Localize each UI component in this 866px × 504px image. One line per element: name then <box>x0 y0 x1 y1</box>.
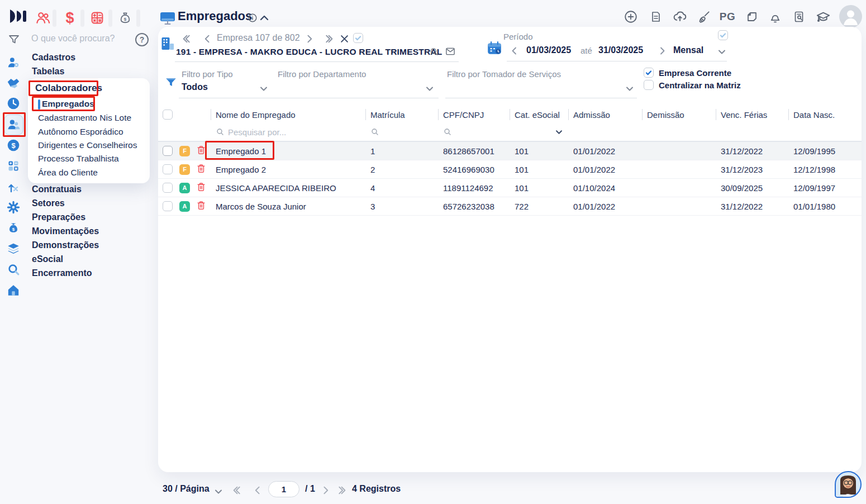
col-header-nasc[interactable]: Data Nasc. <box>788 110 862 120</box>
prev-period-icon[interactable] <box>510 46 520 56</box>
clock-icon[interactable] <box>6 96 21 111</box>
popup-item-area-do-cliente[interactable]: Área do Cliente <box>38 168 98 178</box>
calculator-module-icon[interactable] <box>88 8 107 27</box>
money-bag-icon[interactable]: $ <box>6 221 21 235</box>
next-company-icon[interactable] <box>304 34 314 44</box>
filter-funnel-icon[interactable] <box>7 33 21 49</box>
col-header-matricula[interactable]: Matrícula <box>365 110 438 120</box>
calculator-icon[interactable] <box>6 159 21 173</box>
cloud-upload-icon[interactable] <box>672 9 688 25</box>
handshake-icon[interactable] <box>6 75 21 90</box>
current-page-input[interactable]: 1 <box>268 481 299 497</box>
next-period-icon[interactable] <box>657 46 667 56</box>
table-row[interactable]: F Empregado 2 2 52416969030 101 01/01/20… <box>158 160 862 179</box>
popup-item-autonomo-esporadico[interactable]: Autônomo Esporádico <box>38 127 123 137</box>
sidebar-item-preparacoes[interactable]: Preparações <box>32 212 85 222</box>
period-checkbox[interactable] <box>718 30 728 40</box>
person-gear-icon[interactable] <box>6 55 21 70</box>
matricula-search-cell[interactable] <box>365 127 438 136</box>
row-checkbox[interactable] <box>163 164 173 174</box>
filter-departamento-chevron-down-icon[interactable] <box>425 84 435 94</box>
col-header-cpf[interactable]: CPF/CNPJ <box>438 110 510 120</box>
empresa-corrente-checkbox[interactable] <box>644 68 654 78</box>
people-icon[interactable] <box>6 117 21 132</box>
name-search-cell[interactable] <box>211 127 365 137</box>
last-page-icon[interactable] <box>336 485 346 495</box>
dollar-circle-icon[interactable]: $ <box>6 138 21 153</box>
filter-tipo-chevron-down-icon[interactable] <box>259 84 269 94</box>
support-chat-avatar[interactable] <box>835 471 862 498</box>
gear-icon[interactable] <box>6 200 21 215</box>
page-size-chevron-down-icon[interactable] <box>213 487 223 497</box>
broom-icon[interactable] <box>696 9 712 25</box>
col-header-cat[interactable]: Cat. eSocial <box>510 110 568 120</box>
sidebar-item-movimentacoes[interactable]: Movimentações <box>32 226 99 236</box>
delete-icon[interactable] <box>196 163 211 176</box>
col-header-venc[interactable]: Venc. Férias <box>716 110 788 120</box>
dollar-module-icon[interactable]: $ <box>60 8 79 27</box>
sidebar-item-encerramento[interactable]: Encerramento <box>32 268 92 278</box>
clear-company-icon[interactable] <box>339 34 349 44</box>
col-header-admissao[interactable]: Admissão <box>568 110 642 120</box>
sidebar-item-demonstracoes[interactable]: Demonstrações <box>32 240 99 250</box>
col-header-nome[interactable]: Nome do Empregado <box>211 110 365 120</box>
bell-icon[interactable] <box>767 9 783 25</box>
popup-title-colaboradores[interactable]: Colaboradores <box>35 83 102 94</box>
popup-item-dirigentes-conselheiros[interactable]: Dirigentes e Conselheiros <box>38 140 137 150</box>
status-badge[interactable]: A <box>179 201 190 212</box>
layers-icon[interactable] <box>6 241 21 256</box>
pg-button[interactable]: PG <box>720 9 735 25</box>
delete-icon[interactable] <box>196 200 211 213</box>
period-end-date[interactable]: 31/03/2025 <box>598 45 643 55</box>
period-mode-select[interactable]: Mensal <box>673 45 703 55</box>
row-checkbox[interactable] <box>163 201 173 211</box>
chart-up-icon[interactable] <box>6 179 21 194</box>
next-page-icon[interactable] <box>320 485 330 495</box>
page-size-select[interactable]: 30 / Página <box>163 484 210 494</box>
document-search-icon[interactable] <box>791 9 807 25</box>
money-bag-module-icon[interactable]: $ <box>116 8 135 27</box>
user-avatar[interactable] <box>839 5 862 28</box>
sidebar-item-setores[interactable]: Setores <box>32 198 65 208</box>
info-icon[interactable] <box>248 13 258 25</box>
global-search-input[interactable] <box>31 34 129 44</box>
popup-item-processo-trabalhista[interactable]: Processo Trabalhista <box>38 154 119 164</box>
company-filter-checkbox[interactable] <box>353 33 363 43</box>
company-search-icon[interactable] <box>429 46 439 56</box>
table-row[interactable]: F Empregado 1 1 86128657001 101 01/01/20… <box>158 142 862 160</box>
search-icon[interactable] <box>6 262 21 277</box>
home-icon[interactable] <box>6 283 21 297</box>
first-company-icon[interactable] <box>182 34 192 44</box>
centralizar-matriz-checkbox[interactable] <box>644 80 654 90</box>
table-row[interactable]: A Marcos de Souza Junior 3 65726232038 7… <box>158 197 862 216</box>
popup-item-empregados[interactable]: Empregados <box>42 99 94 109</box>
cat-filter-cell[interactable] <box>510 130 568 135</box>
table-row[interactable]: A JESSICA APARECIDA RIBEIRO 4 1189112469… <box>158 179 862 197</box>
status-badge[interactable]: A <box>179 183 190 193</box>
period-start-date[interactable]: 01/03/2025 <box>526 45 571 55</box>
add-icon[interactable] <box>623 9 639 25</box>
popup-item-cadastramento-nis-lote[interactable]: Cadastramento Nis Lote <box>38 113 131 123</box>
row-checkbox[interactable] <box>163 183 173 193</box>
sidebar-item-tabelas[interactable]: Tabelas <box>32 66 64 77</box>
cpf-search-cell[interactable] <box>438 127 510 136</box>
help-icon[interactable]: ? <box>135 33 149 46</box>
document-icon[interactable] <box>648 9 664 25</box>
page-icon[interactable] <box>744 9 760 25</box>
select-all-checkbox[interactable] <box>163 110 173 120</box>
row-checkbox[interactable] <box>163 146 173 156</box>
collapse-chevron-up-icon[interactable] <box>259 14 269 24</box>
delete-icon[interactable] <box>196 182 211 194</box>
people-module-icon[interactable] <box>34 8 53 27</box>
filter-tomador-chevron-down-icon[interactable] <box>625 84 635 94</box>
status-badge[interactable]: F <box>179 164 190 175</box>
sidebar-item-esocial[interactable]: eSocial <box>32 254 63 264</box>
period-mode-chevron-down-icon[interactable] <box>717 47 727 57</box>
first-page-icon[interactable] <box>232 485 242 495</box>
status-badge[interactable]: F <box>179 146 190 156</box>
delete-icon[interactable] <box>196 145 211 158</box>
prev-company-icon[interactable] <box>202 34 212 44</box>
envelope-icon[interactable] <box>445 46 455 56</box>
filter-tipo-value[interactable]: Todos <box>182 82 208 92</box>
name-search-input[interactable] <box>228 127 323 137</box>
